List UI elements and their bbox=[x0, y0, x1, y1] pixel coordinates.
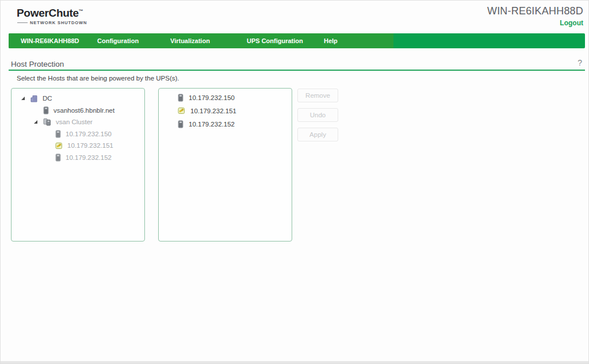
tree-row-host-152[interactable]: 10.179.232.152 bbox=[12, 152, 144, 164]
header-right: WIN-RE6IKAHH88D Logout bbox=[487, 5, 583, 27]
tree-label: DC bbox=[43, 95, 52, 102]
tree-row-host-151[interactable]: 10.179.232.151 bbox=[12, 140, 144, 152]
inventory-tree-panel: DC vsanhost6.hbnblr.net bbox=[11, 88, 145, 242]
main-navbar: WIN-RE6IKAHH88D Configuration Virtualiza… bbox=[9, 33, 585, 48]
navbar-menu: WIN-RE6IKAHH88D Configuration Virtualiza… bbox=[9, 33, 393, 48]
window-bottom-edge bbox=[1, 361, 588, 363]
selected-host-row-152[interactable]: 10.179.232.152 bbox=[159, 117, 292, 131]
tree-label: 10.179.232.151 bbox=[67, 142, 113, 149]
nav-item-hostname[interactable]: WIN-RE6IKAHH88D bbox=[21, 33, 97, 48]
selected-host-label: 10.179.232.150 bbox=[189, 94, 235, 101]
title-underline bbox=[9, 70, 585, 71]
powerchute-logo: PowerChute™ NETWORK SHUTDOWN bbox=[17, 6, 87, 25]
undo-button[interactable]: Undo bbox=[297, 108, 338, 122]
tree-row-host-150[interactable]: 10.179.232.150 bbox=[12, 128, 144, 140]
instruction-text: Select the Hosts that are being powered … bbox=[17, 75, 179, 82]
tree-row-datacenter[interactable]: DC bbox=[12, 93, 144, 105]
logo-title: PowerChute™ bbox=[17, 6, 87, 19]
nav-item-virtualization[interactable]: Virtualization bbox=[170, 33, 247, 48]
protected-hosts-panel: 10.179.232.150 10.179.232.151 10.179.232… bbox=[158, 88, 292, 242]
logo-title-text: PowerChute bbox=[17, 7, 79, 19]
tree-row-host[interactable]: vsanhost6.hbnblr.net bbox=[12, 105, 144, 117]
tree-label: vsan Cluster bbox=[56, 118, 93, 125]
powerchute-window: PowerChute™ NETWORK SHUTDOWN WIN-RE6IKAH… bbox=[0, 0, 589, 364]
selected-host-label: 10.179.232.151 bbox=[190, 108, 236, 114]
host-icon bbox=[55, 130, 61, 138]
selected-host-row-151[interactable]: 10.179.232.151 bbox=[159, 104, 292, 117]
nav-item-configuration[interactable]: Configuration bbox=[97, 33, 170, 48]
tree-row-cluster[interactable]: vsan Cluster bbox=[12, 116, 144, 128]
host-icon bbox=[178, 94, 183, 102]
tree-label: 10.179.232.152 bbox=[66, 154, 112, 161]
hostname-label: WIN-RE6IKAHH88D bbox=[487, 5, 583, 17]
logout-link[interactable]: Logout bbox=[487, 19, 583, 27]
nav-item-ups-configuration[interactable]: UPS Configuration bbox=[247, 33, 324, 48]
expand-triangle-icon[interactable] bbox=[33, 120, 38, 124]
selected-host-row-150[interactable]: 10.179.232.150 bbox=[159, 91, 292, 104]
help-icon[interactable]: ? bbox=[577, 58, 582, 67]
host-icon bbox=[55, 154, 61, 162]
apply-button[interactable]: Apply bbox=[297, 128, 338, 141]
vsan-witness-host-icon bbox=[178, 107, 185, 114]
host-icon bbox=[43, 106, 49, 114]
host-icon bbox=[178, 120, 183, 128]
tree-label: 10.179.232.150 bbox=[66, 131, 112, 137]
trademark-symbol: ™ bbox=[79, 9, 83, 14]
datacenter-icon bbox=[30, 94, 38, 102]
cluster-icon bbox=[43, 118, 51, 126]
selected-host-label: 10.179.232.152 bbox=[189, 121, 235, 128]
expand-triangle-icon[interactable] bbox=[21, 96, 25, 101]
vsan-witness-host-icon bbox=[55, 142, 63, 150]
page-title: Host Protection bbox=[11, 60, 64, 68]
nav-item-help[interactable]: Help bbox=[324, 33, 338, 48]
remove-button[interactable]: Remove bbox=[297, 89, 338, 102]
logo-subtitle-text: NETWORK SHUTDOWN bbox=[30, 20, 87, 25]
logo-subtitle: NETWORK SHUTDOWN bbox=[17, 20, 87, 25]
tree-label: vsanhost6.hbnblr.net bbox=[53, 107, 114, 114]
logo-dash bbox=[17, 22, 28, 23]
